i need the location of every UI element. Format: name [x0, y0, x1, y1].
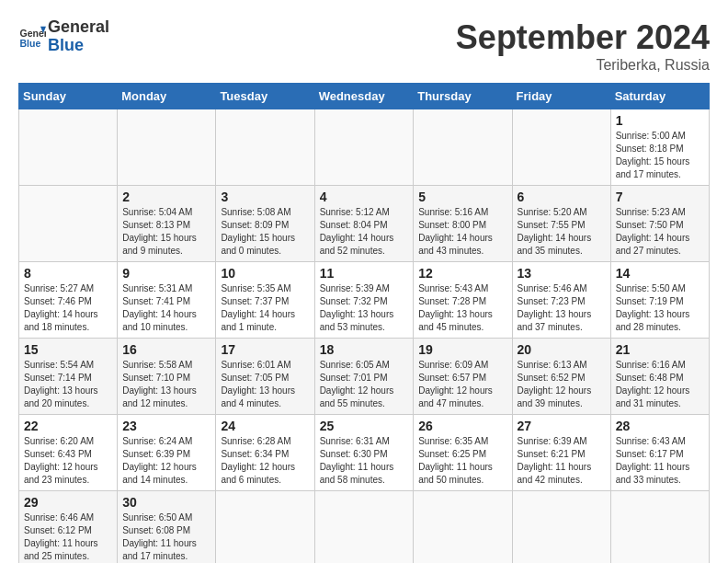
day-info: Sunrise: 6:13 AM Sunset: 6:52 PM Dayligh…	[518, 359, 606, 410]
calendar-week-2: 2Sunrise: 5:04 AM Sunset: 8:13 PM Daylig…	[19, 186, 710, 262]
day-info: Sunrise: 5:50 AM Sunset: 7:19 PM Dayligh…	[616, 282, 704, 334]
title-section: September 2024 Teriberka, Russia	[456, 18, 710, 74]
calendar-cell	[19, 109, 118, 186]
calendar-cell: 14Sunrise: 5:50 AM Sunset: 7:19 PM Dayli…	[610, 262, 709, 339]
day-number: 5	[418, 190, 506, 204]
day-info: Sunrise: 5:43 AM Sunset: 7:28 PM Dayligh…	[418, 282, 506, 334]
calendar-cell: 23Sunrise: 6:24 AM Sunset: 6:39 PM Dayli…	[118, 415, 216, 491]
day-number: 20	[518, 342, 606, 357]
day-number: 27	[518, 419, 606, 433]
calendar-cell	[118, 109, 216, 186]
day-number: 23	[122, 419, 210, 433]
day-number: 21	[616, 342, 704, 357]
calendar-cell: 15Sunrise: 5:54 AM Sunset: 7:14 PM Dayli…	[19, 339, 118, 415]
day-number: 17	[221, 342, 309, 357]
header: General Blue General Blue September 2024…	[18, 18, 710, 74]
logo-blue: Blue	[48, 37, 109, 55]
calendar-cell: 24Sunrise: 6:28 AM Sunset: 6:34 PM Dayli…	[216, 415, 314, 491]
day-info: Sunrise: 6:20 AM Sunset: 6:43 PM Dayligh…	[24, 435, 112, 487]
day-number: 4	[320, 190, 409, 204]
calendar-cell: 30Sunrise: 6:50 AM Sunset: 6:08 PM Dayli…	[118, 491, 216, 564]
calendar-cell: 27Sunrise: 6:39 AM Sunset: 6:21 PM Dayli…	[512, 415, 610, 491]
day-number: 15	[24, 342, 112, 357]
day-info: Sunrise: 5:46 AM Sunset: 7:23 PM Dayligh…	[518, 282, 606, 334]
day-header-thursday: Thursday	[414, 84, 512, 109]
day-header-sunday: Sunday	[19, 84, 118, 109]
day-info: Sunrise: 6:24 AM Sunset: 6:39 PM Dayligh…	[122, 435, 210, 487]
day-info: Sunrise: 5:00 AM Sunset: 8:18 PM Dayligh…	[616, 130, 704, 181]
day-header-friday: Friday	[512, 84, 610, 109]
day-header-monday: Monday	[118, 84, 216, 109]
calendar-cell: 2Sunrise: 5:04 AM Sunset: 8:13 PM Daylig…	[118, 186, 216, 262]
day-number: 16	[122, 342, 210, 357]
day-info: Sunrise: 6:09 AM Sunset: 6:57 PM Dayligh…	[418, 359, 506, 410]
location-title: Teriberka, Russia	[456, 57, 710, 74]
day-number: 29	[24, 495, 112, 510]
day-number: 2	[122, 190, 210, 204]
day-number: 13	[518, 266, 606, 281]
day-info: Sunrise: 6:39 AM Sunset: 6:21 PM Dayligh…	[518, 435, 606, 487]
calendar-cell: 13Sunrise: 5:46 AM Sunset: 7:23 PM Dayli…	[512, 262, 610, 339]
day-info: Sunrise: 6:05 AM Sunset: 7:01 PM Dayligh…	[320, 359, 409, 410]
day-info: Sunrise: 6:28 AM Sunset: 6:34 PM Dayligh…	[221, 435, 309, 487]
day-number: 25	[320, 419, 409, 433]
day-number: 19	[418, 342, 506, 357]
calendar-cell: 5Sunrise: 5:16 AM Sunset: 8:00 PM Daylig…	[414, 186, 512, 262]
calendar-cell: 29Sunrise: 6:46 AM Sunset: 6:12 PM Dayli…	[19, 491, 118, 564]
calendar-week-1: 1Sunrise: 5:00 AM Sunset: 8:18 PM Daylig…	[19, 109, 710, 186]
day-header-wednesday: Wednesday	[314, 84, 414, 109]
calendar-cell: 10Sunrise: 5:35 AM Sunset: 7:37 PM Dayli…	[216, 262, 314, 339]
day-number: 7	[616, 190, 704, 204]
day-number: 1	[616, 113, 704, 128]
calendar-cell: 1Sunrise: 5:00 AM Sunset: 8:18 PM Daylig…	[610, 109, 709, 186]
day-number: 11	[320, 266, 409, 281]
calendar-week-4: 15Sunrise: 5:54 AM Sunset: 7:14 PM Dayli…	[19, 339, 710, 415]
calendar-header-row: SundayMondayTuesdayWednesdayThursdayFrid…	[19, 84, 710, 109]
calendar-cell	[314, 109, 414, 186]
day-info: Sunrise: 6:50 AM Sunset: 6:08 PM Dayligh…	[122, 511, 210, 563]
calendar-cell: 11Sunrise: 5:39 AM Sunset: 7:32 PM Dayli…	[314, 262, 414, 339]
day-info: Sunrise: 5:12 AM Sunset: 8:04 PM Dayligh…	[320, 206, 409, 258]
calendar-cell: 8Sunrise: 5:27 AM Sunset: 7:46 PM Daylig…	[19, 262, 118, 339]
day-number: 12	[418, 266, 506, 281]
logo-general: General	[48, 18, 109, 37]
calendar-cell: 9Sunrise: 5:31 AM Sunset: 7:41 PM Daylig…	[118, 262, 216, 339]
day-info: Sunrise: 5:31 AM Sunset: 7:41 PM Dayligh…	[122, 282, 210, 334]
month-title: September 2024	[456, 18, 710, 57]
calendar-cell: 17Sunrise: 6:01 AM Sunset: 7:05 PM Dayli…	[216, 339, 314, 415]
day-info: Sunrise: 5:27 AM Sunset: 7:46 PM Dayligh…	[24, 282, 112, 334]
calendar-cell	[216, 491, 314, 564]
day-info: Sunrise: 6:43 AM Sunset: 6:17 PM Dayligh…	[616, 435, 704, 487]
day-info: Sunrise: 5:04 AM Sunset: 8:13 PM Dayligh…	[122, 206, 210, 258]
calendar-week-3: 8Sunrise: 5:27 AM Sunset: 7:46 PM Daylig…	[19, 262, 710, 339]
calendar-cell	[414, 109, 512, 186]
day-number: 3	[221, 190, 309, 204]
day-number: 6	[518, 190, 606, 204]
day-header-tuesday: Tuesday	[216, 84, 314, 109]
day-info: Sunrise: 6:46 AM Sunset: 6:12 PM Dayligh…	[24, 511, 112, 563]
calendar-week-5: 22Sunrise: 6:20 AM Sunset: 6:43 PM Dayli…	[19, 415, 710, 491]
calendar-cell: 22Sunrise: 6:20 AM Sunset: 6:43 PM Dayli…	[19, 415, 118, 491]
calendar-cell: 6Sunrise: 5:20 AM Sunset: 7:55 PM Daylig…	[512, 186, 610, 262]
day-info: Sunrise: 5:16 AM Sunset: 8:00 PM Dayligh…	[418, 206, 506, 258]
day-number: 24	[221, 419, 309, 433]
day-number: 9	[122, 266, 210, 281]
calendar-cell: 4Sunrise: 5:12 AM Sunset: 8:04 PM Daylig…	[314, 186, 414, 262]
calendar-cell: 25Sunrise: 6:31 AM Sunset: 6:30 PM Dayli…	[314, 415, 414, 491]
calendar-cell: 3Sunrise: 5:08 AM Sunset: 8:09 PM Daylig…	[216, 186, 314, 262]
day-info: Sunrise: 6:01 AM Sunset: 7:05 PM Dayligh…	[221, 359, 309, 410]
calendar-cell: 7Sunrise: 5:23 AM Sunset: 7:50 PM Daylig…	[610, 186, 709, 262]
logo: General Blue General Blue	[18, 18, 109, 55]
day-info: Sunrise: 5:54 AM Sunset: 7:14 PM Dayligh…	[24, 359, 112, 410]
day-number: 22	[24, 419, 112, 433]
calendar-week-6: 29Sunrise: 6:46 AM Sunset: 6:12 PM Dayli…	[19, 491, 710, 564]
day-number: 8	[24, 266, 112, 281]
calendar-cell: 26Sunrise: 6:35 AM Sunset: 6:25 PM Dayli…	[414, 415, 512, 491]
day-info: Sunrise: 5:39 AM Sunset: 7:32 PM Dayligh…	[320, 282, 409, 334]
day-info: Sunrise: 6:35 AM Sunset: 6:25 PM Dayligh…	[418, 435, 506, 487]
calendar-cell	[610, 491, 709, 564]
calendar-cell	[512, 109, 610, 186]
calendar-cell: 21Sunrise: 6:16 AM Sunset: 6:48 PM Dayli…	[610, 339, 709, 415]
calendar-cell: 20Sunrise: 6:13 AM Sunset: 6:52 PM Dayli…	[512, 339, 610, 415]
calendar-cell	[512, 491, 610, 564]
